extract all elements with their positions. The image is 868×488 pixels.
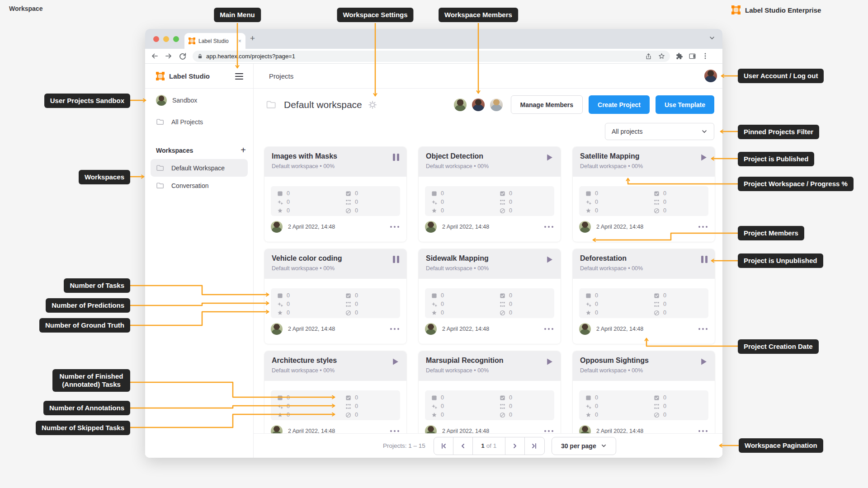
project-card[interactable]: Deforestation Default workspace • 00% 0 … [573, 249, 715, 344]
extensions-puzzle-icon[interactable] [675, 52, 683, 60]
project-card[interactable]: Architecture styles Default workspace • … [264, 351, 406, 446]
projects-filter-select[interactable]: All projects [605, 123, 714, 140]
play-icon [700, 154, 708, 161]
annotations-count: 0 [355, 301, 358, 307]
predictions-sparkle-icon [277, 404, 283, 409]
project-card[interactable]: Images with Masks Default workspace • 00… [264, 147, 406, 242]
manage-members-button[interactable]: Manage Members [511, 95, 583, 114]
reload-icon[interactable] [178, 52, 187, 61]
finished-tasks-count: 0 [509, 190, 512, 197]
skipped-tasks-icon [500, 208, 505, 214]
sandbox-avatar [156, 95, 167, 106]
main-menu-hamburger-icon[interactable] [235, 73, 243, 80]
project-menu-dots-icon[interactable] [698, 226, 708, 228]
create-project-button[interactable]: Create Project [589, 95, 650, 114]
previous-page-button[interactable] [453, 437, 473, 455]
sidebar-item-conversation[interactable]: Conversation [151, 177, 248, 194]
add-workspace-button[interactable]: + [241, 145, 246, 155]
stat-annotations: 0 [654, 403, 666, 409]
sidebar-item-all-projects[interactable]: All Projects [145, 115, 253, 129]
share-icon[interactable] [645, 52, 652, 60]
stat-skipped-tasks: 0 [500, 207, 512, 214]
stat-annotations: 0 [500, 199, 512, 205]
callout-number-of-finished-tasks: Number of Finished (Annotated) Tasks [52, 369, 130, 392]
project-card[interactable]: Object Detection Default workspace • 00%… [419, 147, 561, 242]
tab-close-icon[interactable]: × [238, 38, 241, 44]
ground-truth-star-icon [585, 412, 591, 418]
close-window-icon[interactable] [153, 36, 159, 42]
skipped-tasks-icon [345, 208, 351, 214]
tasks-count: 0 [595, 190, 598, 197]
bookmark-star-icon[interactable] [658, 52, 665, 60]
project-menu-dots-icon[interactable] [390, 328, 399, 330]
side-panel-icon[interactable] [689, 52, 696, 60]
project-card-header: Marsupial Recognition Default workspace … [419, 351, 561, 381]
user-account-avatar[interactable] [704, 70, 717, 82]
member-avatar[interactable] [454, 99, 467, 111]
url-bar[interactable]: app.heartex.com/projects?page=1 [193, 51, 670, 62]
tasks-icon [431, 395, 437, 401]
tasks-count: 0 [287, 394, 290, 401]
project-card[interactable]: Satellite Mapping Default workspace • 00… [573, 147, 715, 242]
stat-annotations: 0 [654, 199, 666, 205]
project-card[interactable]: Vehicle color coding Default workspace •… [264, 249, 406, 344]
workspace-item-label: Conversation [171, 182, 209, 189]
project-stats: 0 0 0 0 [271, 390, 400, 420]
ground-truth-star-icon [431, 208, 437, 214]
browser-menu-dots-icon[interactable] [702, 52, 709, 60]
project-card[interactable]: Marsupial Recognition Default workspace … [419, 351, 561, 446]
window-controls[interactable] [153, 36, 179, 42]
new-tab-button[interactable]: + [250, 33, 255, 43]
project-menu-dots-icon[interactable] [698, 328, 708, 330]
finished-tasks-count: 0 [663, 190, 666, 197]
stat-ground-truth: 0 [277, 207, 290, 214]
folder-icon [156, 181, 166, 190]
first-page-button[interactable] [434, 437, 453, 455]
browser-tabstrip: Label Studio × + [145, 29, 722, 49]
forward-icon[interactable] [164, 52, 173, 61]
project-menu-dots-icon[interactable] [544, 328, 553, 330]
last-page-button[interactable] [525, 437, 544, 455]
tab-overview-chevron-icon[interactable] [709, 35, 715, 41]
projects-count-summary: Projects: 1 – 15 [383, 442, 425, 449]
workspace-member-avatars[interactable] [454, 99, 503, 111]
project-menu-dots-icon[interactable] [544, 430, 553, 432]
sidebar-item-sandbox[interactable]: Sandbox [145, 94, 253, 107]
label-studio-logo-icon [156, 72, 165, 80]
project-menu-dots-icon[interactable] [698, 430, 708, 432]
workspace-settings-gear-icon[interactable] [368, 100, 377, 110]
project-menu-dots-icon[interactable] [544, 226, 553, 228]
stat-predictions: 0 [585, 199, 598, 205]
browser-tab[interactable]: Label Studio × [184, 33, 245, 49]
sidebar-item-default-workspace[interactable]: Default Workspace [151, 159, 248, 177]
back-icon[interactable] [150, 52, 159, 61]
use-template-button[interactable]: Use Template [656, 95, 714, 114]
ground-truth-star-icon [431, 310, 437, 316]
per-page-select[interactable]: 30 per page [552, 437, 616, 455]
callout-number-of-predictions: Number of Predictions [46, 298, 130, 313]
predictions-sparkle-icon [585, 404, 591, 409]
stat-ground-truth: 0 [431, 412, 444, 418]
finished-tasks-icon [500, 191, 505, 197]
project-card[interactable]: Opposum Sightings Default workspace • 00… [573, 351, 715, 446]
project-menu-dots-icon[interactable] [390, 226, 399, 228]
project-card[interactable]: Sidewalk Mapping Default workspace • 00%… [419, 249, 561, 344]
stat-ground-truth: 0 [431, 207, 444, 214]
callout-project-members: Project Members [738, 226, 804, 240]
stat-tasks: 0 [585, 394, 598, 401]
minimize-window-icon[interactable] [163, 36, 169, 42]
stat-predictions: 0 [431, 403, 444, 409]
annotations-count: 0 [509, 199, 512, 205]
maximize-window-icon[interactable] [173, 36, 179, 42]
project-menu-dots-icon[interactable] [390, 430, 399, 432]
tasks-icon [585, 293, 591, 299]
callout-number-of-tasks: Number of Tasks [64, 278, 130, 293]
member-avatar[interactable] [472, 99, 485, 111]
predictions-sparkle-icon [585, 199, 591, 205]
callout-project-workspace-progress: Project Workspace / Progress % [738, 177, 854, 191]
next-page-button[interactable] [505, 437, 525, 455]
enterprise-brand-label: Label Studio Enterprise [745, 6, 821, 14]
stat-annotations: 0 [345, 199, 358, 205]
stat-skipped-tasks: 0 [654, 207, 666, 214]
member-avatar[interactable] [490, 99, 503, 111]
